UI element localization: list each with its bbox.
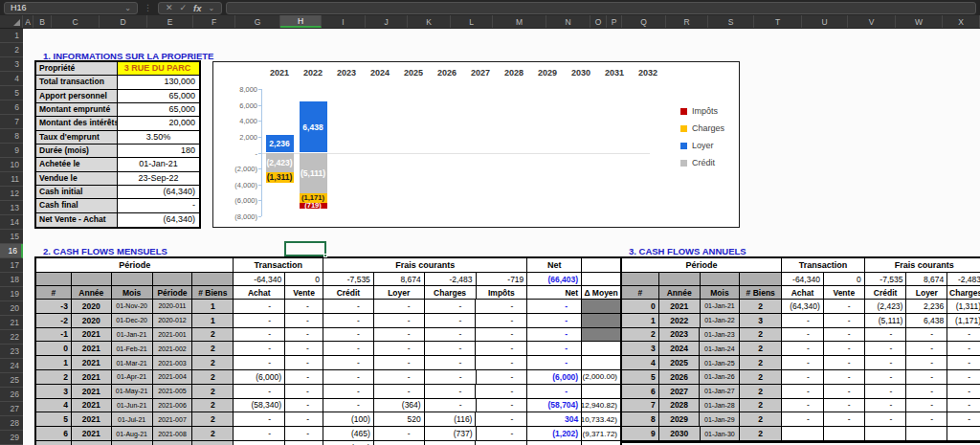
- cell[interactable]: 2: [740, 356, 782, 369]
- cell[interactable]: 6: [622, 385, 659, 398]
- totals-value[interactable]: -719: [477, 273, 528, 285]
- cell[interactable]: -: [865, 412, 907, 426]
- cell[interactable]: 2: [192, 441, 234, 445]
- row-header-16[interactable]: 16: [0, 244, 23, 258]
- net-cell[interactable]: -: [527, 314, 582, 327]
- cell[interactable]: 6,438: [906, 314, 947, 327]
- totals-value[interactable]: -7,535: [865, 273, 907, 285]
- cell[interactable]: -: [782, 314, 824, 327]
- cell[interactable]: -: [477, 399, 528, 412]
- cell[interactable]: (2,423): [865, 300, 907, 313]
- cell[interactable]: -: [782, 370, 824, 384]
- cell[interactable]: [582, 342, 620, 355]
- column-header-F[interactable]: F: [193, 15, 235, 28]
- cell[interactable]: -: [323, 328, 374, 342]
- cell[interactable]: [582, 385, 620, 398]
- cell[interactable]: -: [947, 342, 980, 355]
- cell[interactable]: 2: [192, 328, 234, 342]
- cell[interactable]: 01-Aug-21: [112, 427, 153, 440]
- cell[interactable]: 2021: [72, 441, 112, 445]
- cell[interactable]: 2022: [659, 314, 701, 327]
- cell[interactable]: (2,000.00): [582, 370, 620, 384]
- totals-value[interactable]: -7,535: [323, 273, 374, 285]
- cell[interactable]: (465): [323, 427, 374, 440]
- info-value[interactable]: 3.50%: [118, 131, 199, 144]
- cell[interactable]: -: [782, 342, 824, 355]
- cell[interactable]: 7: [622, 399, 659, 412]
- column-header-O[interactable]: O: [590, 15, 607, 28]
- row-header-14[interactable]: 14: [0, 215, 23, 230]
- cell[interactable]: 2: [740, 300, 782, 313]
- cell[interactable]: (58,340): [234, 399, 285, 412]
- cashflow-chart[interactable]: 2021202220232024202520262027202820292030…: [212, 61, 740, 228]
- column-header-B[interactable]: B: [33, 15, 52, 28]
- cell[interactable]: -: [425, 370, 477, 384]
- cell[interactable]: 2: [192, 427, 234, 440]
- cell[interactable]: 01-May-21: [112, 385, 153, 398]
- column-name-achat[interactable]: Achat: [782, 286, 824, 299]
- net-cell[interactable]: 57: [527, 441, 582, 445]
- cell[interactable]: (10,733.42): [582, 412, 620, 426]
- cell[interactable]: 01-Jan-30: [701, 427, 741, 440]
- cell[interactable]: 01-Apr-21: [112, 370, 153, 384]
- cell[interactable]: 2021-009: [153, 441, 193, 445]
- cell[interactable]: -: [782, 356, 824, 369]
- cell[interactable]: 2: [192, 356, 234, 369]
- column-header-T[interactable]: T: [754, 15, 802, 28]
- cell[interactable]: -: [906, 356, 947, 369]
- row-header-22[interactable]: 22: [0, 330, 23, 345]
- info-value[interactable]: 65,000: [118, 90, 199, 102]
- totals-value[interactable]: 8,674: [374, 273, 425, 285]
- cell[interactable]: 2021-004: [153, 370, 193, 384]
- column-name-loyer[interactable]: Loyer: [374, 286, 425, 299]
- cell[interactable]: -: [285, 314, 323, 327]
- cell[interactable]: -: [425, 356, 477, 369]
- cancel-icon[interactable]: ✕: [166, 3, 173, 12]
- cell[interactable]: (1,171): [947, 314, 980, 327]
- cell[interactable]: 01-Jan-28: [700, 399, 740, 412]
- cell[interactable]: [906, 427, 947, 440]
- column-name-achat[interactable]: Achat: [234, 286, 285, 299]
- column-header-E[interactable]: E: [147, 15, 193, 28]
- cell[interactable]: -: [285, 342, 323, 355]
- cell[interactable]: 2: [192, 385, 234, 398]
- info-value[interactable]: 01-Jan-21: [118, 158, 199, 170]
- enter-icon[interactable]: ✓: [180, 3, 188, 12]
- row-header-7[interactable]: 7: [0, 115, 23, 129]
- info-value[interactable]: 23-Sep-22: [118, 172, 199, 185]
- info-value[interactable]: 65,000: [118, 103, 199, 116]
- cell[interactable]: -: [824, 412, 865, 426]
- column-name--moyen[interactable]: Δ Moyen: [582, 286, 620, 299]
- cell[interactable]: -: [476, 314, 527, 327]
- cell[interactable]: [947, 427, 980, 440]
- net-cell[interactable]: -: [527, 356, 582, 369]
- cell[interactable]: -: [476, 342, 527, 355]
- cell[interactable]: 01-Dec-20: [112, 314, 153, 327]
- cell[interactable]: -: [323, 314, 374, 327]
- cell[interactable]: -: [285, 385, 323, 398]
- cell[interactable]: -: [425, 300, 477, 313]
- selected-cell[interactable]: [284, 241, 326, 256]
- cell[interactable]: 01-Jan-27: [700, 385, 740, 398]
- column-name-cr-dit[interactable]: Crédit: [865, 286, 907, 299]
- cell[interactable]: -: [865, 385, 907, 398]
- cell[interactable]: -: [947, 385, 980, 398]
- cell[interactable]: -: [947, 412, 980, 426]
- cell[interactable]: 2021-003: [153, 356, 193, 369]
- cell[interactable]: 2021: [72, 328, 112, 342]
- cell[interactable]: 01-Jan-21: [701, 300, 741, 313]
- cell[interactable]: 01-Feb-21: [112, 342, 153, 355]
- cell[interactable]: 01-Jan-22: [701, 314, 741, 327]
- column-header-H[interactable]: H: [280, 15, 322, 28]
- row-header-20[interactable]: 20: [0, 301, 23, 316]
- cell[interactable]: 7: [36, 441, 72, 445]
- cell[interactable]: 01-Jul-21: [112, 412, 153, 426]
- cell[interactable]: [782, 427, 824, 440]
- cell[interactable]: -: [476, 441, 527, 445]
- cell[interactable]: 3: [36, 385, 72, 398]
- cell[interactable]: -: [425, 399, 477, 412]
- cell[interactable]: -: [285, 328, 323, 342]
- cell[interactable]: 2: [740, 385, 782, 398]
- cell[interactable]: 8: [622, 412, 659, 426]
- cell[interactable]: -: [374, 342, 425, 355]
